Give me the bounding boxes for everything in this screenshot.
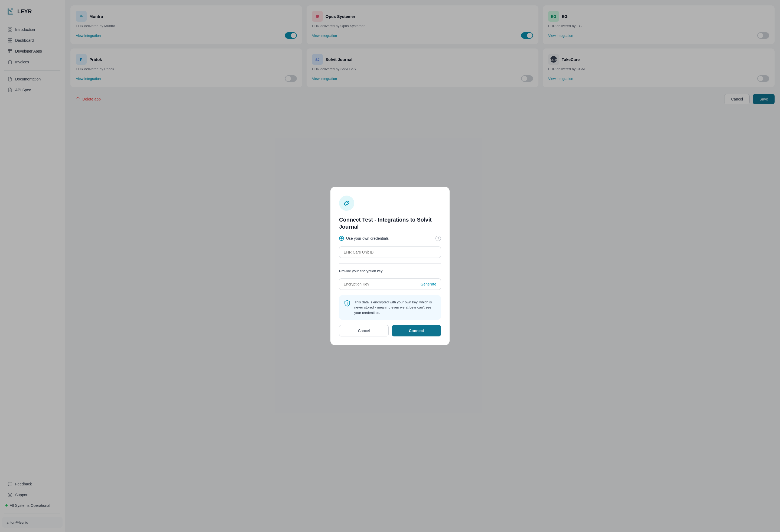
radio-inner [340,237,343,239]
help-icon[interactable]: ? [436,236,441,241]
shield-icon [343,300,351,307]
modal-overlay: Connect Test - Integrations to Solvit Jo… [0,0,780,532]
svg-point-30 [347,302,347,302]
modal-section-divider [339,263,441,263]
ehr-care-unit-id-input[interactable] [339,246,441,258]
modal-cancel-button[interactable]: Cancel [339,325,389,336]
modal-icon [339,196,354,211]
generate-key-button[interactable]: Generate [416,279,441,290]
encryption-key-row: Generate [339,279,441,290]
radio-button[interactable] [339,236,344,241]
modal-radio-row: Use your own credentials ? [339,236,441,241]
modal-connect-button[interactable]: Connect [392,325,441,336]
info-box: This data is encrypted with your own key… [339,295,441,320]
encryption-key-input[interactable] [339,279,416,290]
link-icon [342,199,351,207]
encryption-label: Provide your encryption key. [339,269,441,273]
modal-title: Connect Test - Integrations to Solvit Jo… [339,216,441,230]
info-text: This data is encrypted with your own key… [354,300,437,316]
radio-label: Use your own credentials [346,236,389,241]
connect-modal: Connect Test - Integrations to Solvit Jo… [330,187,450,345]
modal-actions: Cancel Connect [339,325,441,336]
radio-label-row: Use your own credentials [339,236,389,241]
